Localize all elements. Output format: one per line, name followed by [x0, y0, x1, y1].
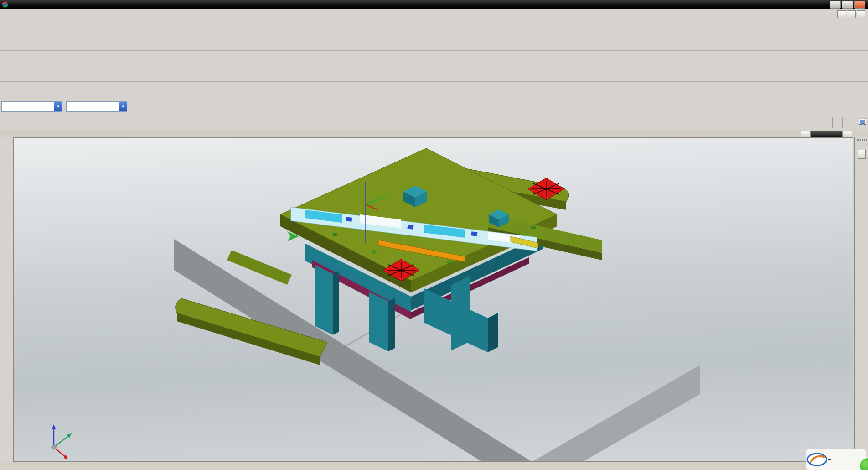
menu-bar [0, 9, 868, 20]
window-bottom-edge [0, 462, 868, 470]
scroll-left-button[interactable] [801, 131, 811, 138]
mdi-minimize-button[interactable] [837, 10, 846, 18]
watermark-url [828, 459, 831, 460]
selection-filter-combo[interactable]: ▼ [1, 101, 62, 112]
selection-scope-dropdown-icon[interactable]: ▼ [119, 102, 127, 111]
selection-scope-combo[interactable]: ▼ [66, 101, 127, 112]
mdi-close-button[interactable] [857, 10, 865, 18]
palette-collapse-button[interactable] [858, 150, 866, 159]
selection-filter-dropdown-icon[interactable]: ▼ [54, 102, 62, 111]
close-button[interactable] [854, 1, 865, 9]
graphics-window[interactable] [13, 137, 853, 462]
view-triad [52, 424, 72, 459]
xs-logo-icon [806, 452, 827, 467]
resource-bar [0, 137, 13, 462]
fullscreen-icon [858, 117, 867, 126]
status-bar [0, 115, 868, 130]
toolbar-curves [0, 82, 868, 98]
bed-right-side [532, 365, 700, 462]
watermark [806, 449, 866, 470]
mdi-restore-button[interactable] [847, 10, 856, 18]
model-view [14, 138, 853, 462]
toolbar-display-tools [0, 66, 868, 82]
title-bar [0, 0, 868, 9]
scrollbar-thumb[interactable] [811, 131, 842, 138]
palette-drag-handle[interactable] [857, 139, 867, 141]
minimize-button[interactable] [830, 1, 841, 9]
toolbar-features [0, 35, 868, 51]
scroll-right-button[interactable] [842, 131, 852, 138]
maximize-button[interactable] [842, 1, 853, 9]
toolbar-standard [0, 19, 868, 35]
part-palette-bar [854, 137, 868, 462]
selection-bar: ▼ ▼ [0, 98, 868, 115]
toolbar-surface [0, 51, 868, 66]
nx-app-icon [1, 1, 9, 8]
fullscreen-button[interactable] [858, 117, 867, 126]
